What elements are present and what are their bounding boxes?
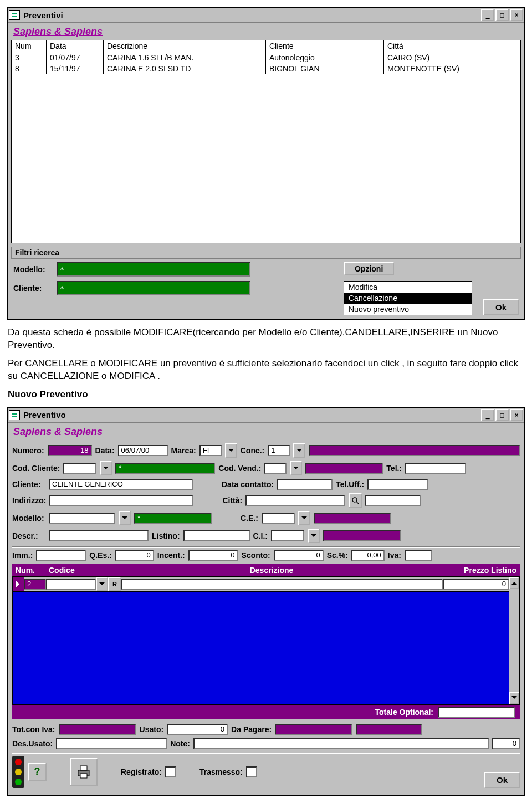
grid-num-input[interactable] (24, 579, 46, 590)
data-contatto-input[interactable] (277, 479, 332, 490)
system-menu-icon[interactable] (9, 10, 20, 20)
cod-cliente-name-input[interactable] (115, 463, 215, 474)
des-usato-input[interactable] (56, 738, 167, 749)
data-input[interactable] (118, 445, 168, 456)
col-data[interactable]: Data (47, 40, 104, 52)
da-pagare-label: Da Pagare: (231, 725, 272, 734)
iva-input[interactable] (405, 550, 432, 561)
grid-descr-input[interactable] (121, 579, 443, 590)
cod-vend-dropdown-button[interactable] (290, 461, 302, 475)
cliente-filter-input[interactable] (57, 281, 250, 295)
imm-input[interactable] (36, 550, 86, 561)
table-row[interactable]: 3 01/07/97 CARINA 1.6 SI L/B MAN. Autono… (12, 52, 520, 64)
grid-prezzo-input[interactable] (443, 579, 509, 590)
registrato-checkbox[interactable] (165, 766, 176, 777)
ok-button[interactable]: Ok (484, 772, 520, 788)
sconto-input[interactable] (274, 550, 324, 561)
totale-optional-input[interactable] (438, 707, 515, 718)
tel-uff-input[interactable] (367, 479, 428, 490)
usato-input[interactable] (167, 724, 228, 735)
scroll-up-button[interactable] (509, 577, 519, 589)
ci-input[interactable] (271, 530, 304, 541)
qes-label: Q.Es.: (89, 551, 111, 560)
ce-dropdown-button[interactable] (298, 511, 310, 525)
minimize-button[interactable]: _ (481, 409, 494, 421)
incent-input[interactable] (188, 550, 238, 561)
ce-name-input[interactable] (314, 513, 391, 524)
print-button[interactable] (70, 758, 98, 786)
marca-dropdown-button[interactable] (225, 443, 237, 458)
close-button[interactable]: × (510, 409, 523, 421)
grid-r-button[interactable]: R (108, 577, 121, 591)
da-pagare-input[interactable] (275, 724, 352, 735)
conc-dropdown-button[interactable] (293, 443, 305, 458)
citta-extra-input[interactable] (365, 495, 421, 506)
opzioni-button[interactable]: Opzioni (344, 262, 394, 275)
preventivi-table[interactable]: Num Data Descrizione Cliente Città 3 01/… (11, 40, 521, 243)
maximize-button[interactable]: □ (495, 9, 509, 21)
note-input[interactable] (193, 738, 489, 749)
trasmesso-checkbox[interactable] (246, 766, 257, 777)
grid-scrollbar[interactable] (509, 577, 519, 704)
titlebar[interactable]: Preventivi _ □ × (8, 8, 524, 23)
qes-input[interactable] (115, 550, 154, 561)
ci-label: C.I.: (253, 531, 268, 540)
grid-header: Num. Codice Descrizione Prezzo Listino (12, 564, 520, 576)
listino-input[interactable] (183, 530, 250, 541)
citta-input[interactable] (245, 495, 345, 506)
da-pagare-2-input[interactable] (356, 724, 422, 735)
grid-col-prezzo: Prezzo Listino (428, 566, 516, 575)
option-modifica[interactable]: Modifica (344, 282, 472, 293)
modello-filter-input[interactable] (57, 262, 250, 277)
grid-codice-dropdown-button[interactable] (96, 577, 108, 591)
cliente-input[interactable] (49, 479, 193, 490)
svg-rect-2 (12, 413, 17, 415)
numero-input[interactable] (48, 445, 92, 456)
col-descr[interactable]: Descrizione (104, 40, 266, 52)
traffic-light-icon[interactable] (12, 756, 24, 788)
maximize-button[interactable]: □ (495, 409, 509, 421)
cod-vend-name-input[interactable] (305, 463, 383, 474)
note-qty-input[interactable] (492, 738, 520, 749)
citta-lookup-button[interactable] (349, 493, 362, 508)
col-citta[interactable]: Città (384, 40, 521, 52)
tot-iva-input[interactable] (59, 724, 136, 735)
option-cancellazione[interactable]: Cancellazione (344, 293, 472, 304)
modello-name-input[interactable] (134, 513, 212, 524)
indirizzo-input[interactable] (49, 495, 193, 506)
row-selector-icon[interactable] (13, 577, 24, 591)
table-row[interactable]: 8 15/11/97 CARINA E 2.0 SI SD TD BIGNOL … (12, 63, 520, 74)
ci-dropdown-button[interactable] (308, 529, 320, 543)
conc-name-input[interactable] (309, 445, 520, 456)
grid-row[interactable]: R (13, 577, 509, 592)
help-button[interactable]: ? (28, 763, 47, 781)
col-num[interactable]: Num (12, 40, 47, 52)
close-button[interactable]: × (510, 9, 523, 21)
ci-name-input[interactable] (323, 530, 401, 541)
opzioni-list[interactable]: Modifica Cancellazione Nuovo preventivo (344, 281, 472, 315)
marca-input[interactable] (200, 445, 222, 456)
col-cliente[interactable]: Cliente (266, 40, 384, 52)
system-menu-icon[interactable] (9, 410, 20, 420)
ok-button[interactable]: Ok (483, 299, 519, 315)
modello-dropdown-button[interactable] (119, 511, 131, 525)
paragraph-2: Per CANCELLARE o MODIFICARE un preventiv… (8, 357, 524, 383)
grid-body[interactable]: R (12, 576, 520, 705)
titlebar[interactable]: Preventivo _ □ × (8, 408, 524, 423)
option-nuovo-preventivo[interactable]: Nuovo preventivo (344, 304, 472, 315)
cod-cliente-input[interactable] (63, 463, 96, 474)
tel-input[interactable] (405, 463, 466, 474)
descr-input[interactable] (49, 530, 149, 541)
modello-input[interactable] (49, 513, 115, 524)
cod-vend-input[interactable] (264, 463, 287, 474)
conc-input[interactable] (268, 445, 290, 456)
scperc-input[interactable] (351, 550, 385, 561)
ce-input[interactable] (262, 513, 295, 524)
grid-codice-input[interactable] (46, 579, 96, 590)
scroll-down-button[interactable] (509, 692, 519, 704)
des-usato-label: Des.Usato: (12, 739, 53, 748)
cod-cliente-dropdown-button[interactable] (100, 461, 112, 475)
minimize-button[interactable]: _ (481, 9, 494, 21)
grid-col-descrizione: Descrizione (115, 566, 428, 575)
imm-label: Imm.: (12, 551, 33, 560)
